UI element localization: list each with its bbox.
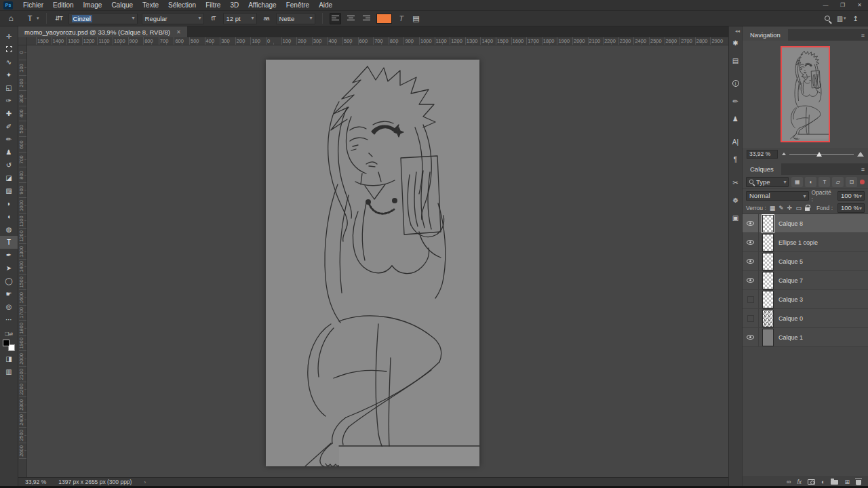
new-layer-icon[interactable]: ⊞ [844, 479, 850, 485]
quick-mask-button[interactable]: ◨ [0, 352, 18, 365]
share-icon[interactable]: ☸ [729, 191, 743, 209]
foreground-color-swatch[interactable] [3, 340, 9, 346]
menu-aide[interactable]: Aide [314, 0, 337, 10]
delete-layer-icon[interactable] [856, 480, 861, 485]
fill-select[interactable]: 100 % [837, 203, 865, 213]
eye-icon[interactable] [747, 278, 754, 283]
font-size-select[interactable]: 12 pt [223, 13, 257, 24]
document-tab[interactable]: momo_yaoyorozu.psd @ 33,9% (Calque 8, RV… [18, 26, 187, 37]
share-icon[interactable]: ↥ [853, 15, 859, 22]
smudge-tool[interactable]: ◍ [0, 223, 18, 236]
screen-mode-button[interactable]: ▥ [0, 365, 18, 378]
visibility-cell[interactable] [743, 290, 759, 308]
eraser-tool[interactable]: ◪ [0, 171, 18, 184]
lasso-tool[interactable]: ∿ [0, 56, 18, 68]
menu-edition[interactable]: Edition [48, 0, 79, 10]
paragraph-icon[interactable]: ¶ [729, 150, 743, 168]
blend-mode-select[interactable]: Normal [746, 191, 809, 201]
align-left-button[interactable] [330, 13, 341, 24]
swap-colors-icon[interactable]: ❏⇄ [5, 330, 13, 338]
visibility-cell[interactable] [743, 309, 759, 327]
layer-row[interactable]: Calque 1 [743, 328, 868, 347]
menu-fichier[interactable]: Fichier [18, 0, 48, 10]
tool-presets-icon[interactable]: ✂ [729, 174, 743, 191]
navigator-zoom-field[interactable]: 33,92 % [747, 150, 778, 159]
menu-image[interactable]: Image [79, 0, 107, 10]
restore-button[interactable]: ❐ [834, 0, 851, 10]
eye-hidden-icon[interactable] [747, 296, 754, 303]
warp-text-icon[interactable]: T [395, 14, 408, 22]
menu-texte[interactable]: Texte [138, 0, 163, 10]
healing-brush-tool[interactable]: ✚ [0, 107, 18, 120]
color-swatches[interactable] [3, 340, 15, 351]
info-icon[interactable]: i [729, 75, 743, 92]
eyedropper-tool[interactable]: ✑ [0, 94, 18, 107]
menu-3d[interactable]: 3D [225, 0, 243, 10]
move-tool[interactable]: ✛ [0, 30, 18, 43]
clone-stamp-tool[interactable]: ♟ [0, 146, 18, 159]
tab-calques[interactable]: Calques [743, 163, 781, 175]
status-doc-info[interactable]: 1397 px x 2655 px (300 ppp) [58, 479, 132, 485]
zoom-slider-track[interactable] [789, 150, 854, 157]
close-button[interactable]: ✕ [851, 0, 868, 10]
ellipse-tool[interactable]: ◯ [0, 274, 18, 287]
menu-calque[interactable]: Calque [106, 0, 138, 10]
hand-tool[interactable]: ☛ [0, 287, 18, 300]
layer-thumbnail[interactable] [762, 291, 774, 308]
anti-alias-select[interactable]: Nette [276, 13, 315, 24]
status-zoom-level[interactable]: 33,92 % [25, 479, 46, 485]
lock-pixels-icon[interactable]: ✎ [778, 205, 784, 211]
libraries-icon[interactable]: ▣ [729, 209, 743, 226]
zoom-slider-thumb[interactable] [816, 152, 822, 157]
zoom-tool[interactable]: ◎ [0, 300, 18, 313]
more-tools[interactable]: ⋯ [0, 313, 18, 326]
eye-icon[interactable] [747, 240, 754, 245]
layer-thumbnail[interactable] [762, 234, 774, 251]
visibility-cell[interactable] [743, 233, 759, 251]
toggle-panels-icon[interactable]: ▤ [411, 14, 422, 23]
crop-tool[interactable]: ◱ [0, 81, 18, 94]
filter-smart-object-icon[interactable]: ⊡ [846, 177, 857, 187]
adjustment-layer-icon[interactable]: ◐ [821, 479, 825, 485]
new-group-icon[interactable] [831, 480, 838, 485]
eye-icon[interactable] [747, 259, 754, 264]
gradients-icon[interactable]: ▤ [729, 52, 743, 69]
status-chevron-icon[interactable]: › [144, 479, 146, 485]
clone-source-icon[interactable]: ♟ [729, 110, 743, 127]
pencil-tool[interactable]: ✏ [0, 133, 18, 146]
eye-hidden-icon[interactable] [747, 315, 754, 322]
brush-settings-icon[interactable]: ✏ [729, 92, 743, 110]
add-mask-icon[interactable] [808, 479, 815, 485]
filter-type-icon[interactable]: T [818, 177, 830, 187]
panel-menu-icon[interactable]: ≡ [861, 32, 865, 39]
visibility-cell[interactable] [743, 271, 759, 289]
visibility-cell[interactable] [743, 214, 759, 232]
brush-tool[interactable]: ✐ [0, 120, 18, 133]
gradient-tool[interactable]: ▨ [0, 184, 18, 197]
layer-row[interactable]: Calque 3 [743, 290, 868, 309]
filter-adjustment-icon[interactable]: ◐ [805, 177, 816, 187]
lock-artboard-icon[interactable]: ▭ [795, 205, 802, 211]
layer-effects-icon[interactable]: fx [797, 479, 802, 485]
zoom-out-icon[interactable] [782, 152, 786, 155]
workspace-switcher-icon[interactable]: ▥▾ [837, 15, 846, 22]
visibility-cell[interactable] [743, 328, 759, 346]
layer-thumbnail[interactable] [762, 310, 774, 327]
close-icon[interactable]: ✕ [176, 29, 181, 35]
path-selection-tool[interactable]: ➤ [0, 262, 18, 274]
layer-row[interactable]: Calque 8 [743, 214, 868, 233]
layer-filter-select[interactable]: Type [746, 177, 789, 187]
minimize-button[interactable]: — [817, 0, 834, 10]
layer-thumbnail[interactable] [762, 329, 774, 346]
eye-icon[interactable] [747, 335, 754, 340]
opacity-select[interactable]: 100 % [837, 191, 865, 201]
current-tool-icon[interactable]: T ▾ [24, 14, 39, 22]
search-icon[interactable] [825, 16, 830, 21]
dodge-tool[interactable]: ◖ [0, 210, 18, 223]
layer-row[interactable]: Calque 5 [743, 252, 868, 271]
filter-shape-icon[interactable]: ▱ [832, 177, 844, 187]
home-icon[interactable]: ⌂ [5, 14, 16, 23]
zoom-in-icon[interactable] [857, 152, 864, 157]
eye-icon[interactable] [747, 221, 754, 226]
filter-toggle-dot[interactable] [860, 180, 865, 184]
